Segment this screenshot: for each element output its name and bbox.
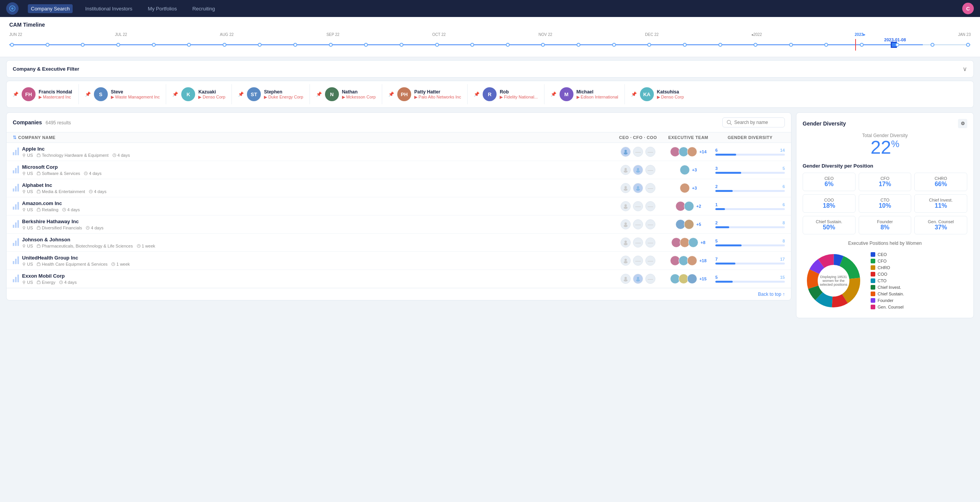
row-chart-icon-4: [13, 220, 22, 229]
svg-rect-54: [15, 241, 17, 246]
timeline-dot-3[interactable]: [116, 43, 120, 47]
carousel-item-5[interactable]: 📌 PH Patty Hatter ▶ Palo Alto Networks I…: [382, 84, 468, 104]
timeline-dot-6[interactable]: [223, 43, 226, 47]
nav-company-search[interactable]: Company Search: [28, 4, 73, 13]
svg-point-16: [23, 172, 25, 174]
timeline-dot-25[interactable]: [895, 43, 899, 47]
timeline-dot-24[interactable]: [860, 43, 864, 47]
timeline-dot-15[interactable]: [541, 43, 545, 47]
timeline-dot-20[interactable]: [718, 43, 722, 47]
carousel-pin-4: 📌: [316, 92, 322, 97]
carousel-item-2[interactable]: 📌 K Kazuaki ▶ Denso Corp: [166, 84, 232, 104]
carousel-info-7: Michael ▶ Edison International: [577, 89, 618, 100]
timeline-dot-19[interactable]: [683, 43, 687, 47]
companies-search-box[interactable]: [722, 117, 785, 127]
gender-female-3: 1: [715, 202, 718, 207]
company-row-6[interactable]: UnitedHealth Group Inc US Health Care Eq…: [7, 252, 791, 270]
legend-item-gen.-counsel: Gen. Counsel: [871, 305, 904, 309]
timeline-dot-4[interactable]: [152, 43, 156, 47]
timeline-dot-11[interactable]: [400, 43, 403, 47]
company-row-4[interactable]: Berkshire Hathaway Inc US Diversified Fi…: [7, 215, 791, 234]
timeline-dot-5[interactable]: [187, 43, 191, 47]
timeline-dot-23[interactable]: [824, 43, 828, 47]
gender-nums-4: 2 8: [715, 220, 785, 225]
svg-rect-76: [37, 282, 40, 284]
exec-avatar-7-2: [687, 274, 697, 284]
back-to-top-btn[interactable]: Back to top ↑: [7, 288, 791, 300]
legend-dot-8: [871, 305, 875, 309]
timeline-dot-16[interactable]: [577, 43, 580, 47]
exec-team-${idx}: +15: [661, 274, 715, 284]
timeline-dot-27[interactable]: [966, 43, 970, 47]
app-logo[interactable]: [6, 2, 19, 15]
timeline-dot-2[interactable]: [81, 43, 85, 47]
companies-title-group: Companies 6495 results: [13, 119, 71, 126]
carousel-item-1[interactable]: 📌 S Steve ▶ Waste Management Inc: [79, 84, 167, 104]
company-row-2[interactable]: Alphabet Inc US Media & Entertainment 4 …: [7, 179, 791, 197]
carousel-item-3[interactable]: 📌 ST Stephen ▶ Duke Energy Corp: [232, 84, 310, 104]
timeline-dot-10[interactable]: [364, 43, 368, 47]
svg-rect-18: [37, 173, 40, 175]
svg-rect-14: [15, 168, 17, 173]
company-age-5: 1 week: [137, 244, 155, 248]
dpp-role-3: COO: [807, 198, 851, 202]
gender-bar-6: [715, 263, 785, 265]
tl-label-jul22: JUL 22: [115, 32, 127, 37]
carousel-pin-1: 📌: [85, 92, 91, 97]
company-name-3: Amazon.com Inc: [22, 200, 615, 206]
nav-institutional-investors[interactable]: Institutional Investors: [82, 4, 135, 13]
gender-nums-7: 5 15: [715, 275, 785, 280]
company-age-2: 4 days: [89, 189, 106, 194]
timeline-dot-22[interactable]: [789, 43, 793, 47]
timeline-dot-9[interactable]: [329, 43, 333, 47]
exec-team-${idx}: +8: [661, 237, 715, 248]
timeline-dot-18[interactable]: [647, 43, 651, 47]
carousel-item-6[interactable]: 📌 R Rob ▶ Fidelity National...: [468, 84, 544, 104]
carousel-item-0[interactable]: 📌 FH Francis Hondal ▶ Mastercard Inc: [7, 84, 79, 104]
sort-icon[interactable]: ⇅: [13, 135, 17, 140]
timeline-dot-14[interactable]: [506, 43, 510, 47]
gender-female-1: 3: [715, 166, 718, 171]
gender-settings-btn[interactable]: ⚙: [958, 119, 967, 128]
carousel-item-7[interactable]: 📌 M Michael ▶ Edison International: [544, 84, 625, 104]
nav-my-portfolios[interactable]: My Portfolios: [145, 4, 180, 13]
carousel-avatar-1: S: [94, 87, 108, 101]
svg-point-12: [624, 152, 628, 154]
dpp-val-3: 18%: [807, 202, 851, 209]
carousel-name-4: Nathan: [342, 89, 376, 95]
carousel-item-8[interactable]: 📌 KA Katsuhisa ▶ Denso Corp: [625, 84, 690, 104]
dpp-role-0: CEO: [807, 176, 851, 181]
company-sector-7: Energy: [37, 280, 55, 285]
timeline-dot-12[interactable]: [435, 43, 439, 47]
company-row-0[interactable]: Apple Inc US Technology Hardware & Equip…: [7, 143, 791, 161]
timeline-dot-26[interactable]: [931, 43, 934, 47]
company-row-5[interactable]: Johnson & Johnson US Pharmaceuticals, Bi…: [7, 234, 791, 252]
timeline-dot-17[interactable]: [612, 43, 616, 47]
row-chart-icon-2: [13, 184, 22, 193]
nav-recruiting[interactable]: Recruiting: [189, 4, 218, 13]
timeline-dot-1[interactable]: [46, 43, 49, 47]
company-main-7: Exxon Mobil Corp US Energy 4 days: [22, 273, 615, 285]
company-row-3[interactable]: Amazon.com Inc US Retailing 4 days —— +2: [7, 197, 791, 215]
timeline-dot-0[interactable]: [10, 43, 14, 47]
carousel-company-8: ▶ Denso Corp: [657, 95, 684, 100]
timeline-dot-7[interactable]: [258, 43, 262, 47]
svg-point-31: [624, 186, 627, 188]
gender-bar-fill-2: [715, 190, 733, 192]
svg-point-51: [624, 222, 627, 225]
user-avatar[interactable]: C: [962, 3, 974, 14]
search-icon: [726, 120, 732, 125]
company-row-7[interactable]: Exxon Mobil Corp US Energy 4 days — +15: [7, 270, 791, 288]
timeline-dot-13[interactable]: [470, 43, 474, 47]
timeline-dot-21[interactable]: [754, 43, 757, 47]
donut-legend: CEO CFO CHRO COO CTO Chief Invest. Chief…: [871, 252, 904, 309]
legend-label-4: CTO: [878, 278, 886, 283]
companies-search-input[interactable]: [734, 120, 781, 125]
company-row-1[interactable]: Microsoft Corp US Software & Services 4 …: [7, 161, 791, 179]
diversity-per-position: Gender Diversity per Position CEO 6% CFO…: [803, 163, 967, 234]
dpp-val-2: 66%: [919, 181, 963, 188]
filter-collapse-btn[interactable]: ∨: [963, 65, 967, 73]
timeline-dot-8[interactable]: [293, 43, 297, 47]
carousel-info-8: Katsuhisa ▶ Denso Corp: [657, 89, 684, 100]
carousel-item-4[interactable]: 📌 N Nathan ▶ Mckesson Corp: [310, 84, 382, 104]
